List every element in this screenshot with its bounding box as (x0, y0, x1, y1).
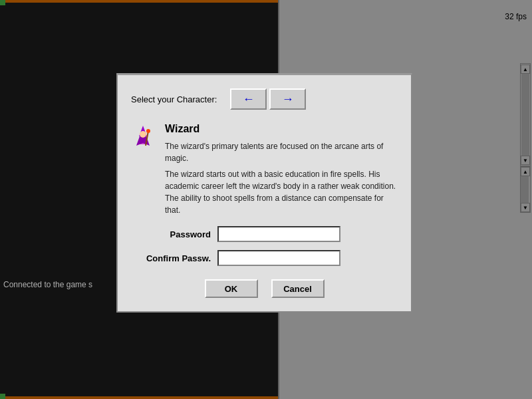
password-label: Password (131, 229, 211, 239)
svg-point-3 (140, 131, 146, 138)
dialog-buttons: OK Cancel (131, 279, 398, 298)
character-desc-1: The wizard's primary talents are focused… (165, 140, 398, 164)
select-character-label: Select your Character: (131, 94, 217, 104)
character-info-row: Wizard The wizard's primary talents are … (131, 123, 398, 216)
ok-button[interactable]: OK (205, 279, 258, 298)
password-row: Password (131, 226, 398, 242)
character-select-row: Select your Character: ← → (131, 88, 398, 110)
confirm-password-label: Confirm Passw. (131, 253, 211, 263)
character-desc-2: The wizard starts out with a basic educa… (165, 168, 398, 216)
character-text: Wizard The wizard's primary talents are … (165, 123, 398, 216)
confirm-password-row: Confirm Passw. (131, 250, 398, 266)
character-select-dialog: Select your Character: ← → (116, 73, 412, 313)
password-input[interactable] (217, 226, 340, 242)
cancel-button[interactable]: Cancel (271, 279, 325, 298)
character-name: Wizard (165, 123, 398, 135)
svg-point-5 (146, 129, 150, 133)
confirm-password-input[interactable] (217, 250, 340, 266)
prev-character-btn[interactable]: ← (230, 88, 267, 110)
modal-overlay: Select your Character: ← → (0, 0, 532, 399)
character-icon (131, 124, 155, 148)
next-character-btn[interactable]: → (269, 88, 306, 110)
